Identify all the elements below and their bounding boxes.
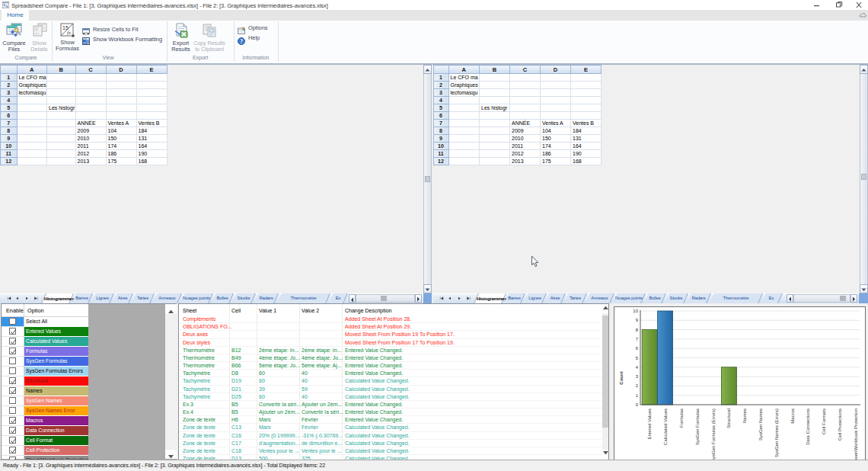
svg-text:10: 10 bbox=[633, 309, 638, 313]
svg-text:Cell Formats: Cell Formats bbox=[822, 409, 826, 434]
svg-text:Calculated Values: Calculated Values bbox=[663, 409, 668, 445]
svg-text:Structural: Structural bbox=[726, 409, 731, 428]
svg-text:Count: Count bbox=[619, 371, 624, 384]
svg-text:1: 1 bbox=[636, 393, 639, 398]
svg-text:Cell Protections: Cell Protections bbox=[838, 409, 842, 441]
svg-text:fx: fx bbox=[67, 30, 72, 36]
svg-text:Sheet/Workbook Protection: Sheet/Workbook Protection bbox=[854, 409, 858, 460]
svg-text:SysGen Names (Errors): SysGen Names (Errors) bbox=[774, 409, 779, 457]
svg-text:Data Connections: Data Connections bbox=[806, 409, 810, 445]
svg-text:?: ? bbox=[240, 37, 243, 44]
svg-text:4: 4 bbox=[636, 365, 639, 370]
svg-text:9: 9 bbox=[636, 318, 639, 322]
svg-text:Names: Names bbox=[742, 409, 747, 423]
svg-text:6: 6 bbox=[636, 346, 639, 351]
svg-text:Entered Values: Entered Values bbox=[647, 409, 652, 440]
svg-text:2: 2 bbox=[636, 383, 639, 388]
svg-text:0: 0 bbox=[636, 402, 639, 407]
svg-text:SysGen Names: SysGen Names bbox=[758, 409, 763, 441]
svg-text:8: 8 bbox=[636, 328, 639, 332]
svg-text:Formulas: Formulas bbox=[679, 409, 684, 428]
svg-text:SysGen Formulas: SysGen Formulas bbox=[695, 409, 700, 445]
svg-text:3: 3 bbox=[636, 374, 639, 379]
svg-text:Macros: Macros bbox=[790, 409, 795, 424]
svg-text:SysGen Formulas (Errors): SysGen Formulas (Errors) bbox=[711, 409, 716, 460]
svg-text:7: 7 bbox=[636, 337, 639, 341]
svg-text:5: 5 bbox=[636, 356, 639, 360]
